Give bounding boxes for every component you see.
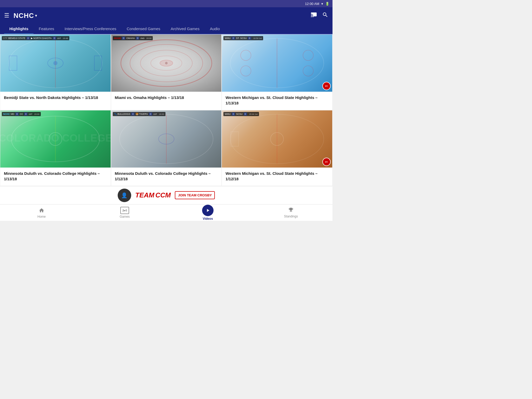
join-team-button[interactable]: JOIN TEAM CROSBY — [175, 191, 215, 199]
ad-avatar: 👤 — [118, 189, 131, 202]
score-overlay-1: STF BEMIDJI STATE0 ▶ NORTH DAKOTA0 1ST19… — [2, 36, 109, 40]
video-title-2: Miami vs. Omaha Highlights – 1/13/18 — [115, 95, 218, 100]
video-card-1[interactable]: STF BEMIDJI STATE0 ▶ NORTH DAKOTA0 1ST19… — [0, 35, 111, 110]
status-time: 12:00 AM — [305, 2, 319, 6]
team-badge-3: ST. — [322, 82, 331, 90]
wifi-icon: ▾ — [321, 2, 323, 6]
video-title-6: Western Michigan vs. St. Cloud State Hig… — [225, 171, 329, 182]
nav-videos[interactable]: Videos — [166, 205, 249, 221]
home-icon — [38, 207, 45, 214]
nav-tabs: Highlights Features Interviews/Press Con… — [0, 24, 332, 34]
nav-home[interactable]: Home — [0, 207, 83, 218]
tab-features[interactable]: Features — [34, 24, 59, 34]
tab-audio[interactable]: Audio — [205, 24, 225, 34]
status-bar: 12:00 AM ▾ 🔋 — [0, 0, 332, 7]
bottom-nav: Home 2▸0 Games Videos Standings — [0, 204, 332, 221]
score-overlay-4: NCHC MD0 CC0 1ST20:00 — [2, 112, 109, 116]
score-overlay-5: 🐾 BULLDOGS0 🐯 TIGERS0 1ST19:33 — [113, 112, 220, 116]
nav-standings-label: Standings — [284, 215, 298, 218]
svg-rect-28 — [231, 132, 239, 146]
video-card-2[interactable]: MIAMI0 OMAHA0 2ND20:00 Miami vs. Omaha H… — [111, 35, 222, 110]
nav-games-label: Games — [120, 215, 130, 218]
video-thumb-6: WMU0 SCSU0 15:44 1st ST. — [222, 110, 332, 168]
ad-team-text: TEAM — [135, 191, 155, 199]
nav-home-label: Home — [37, 215, 46, 218]
videos-icon — [202, 205, 214, 216]
games-icon: 2▸0 — [120, 207, 129, 214]
svg-point-3 — [53, 61, 57, 65]
standings-icon — [288, 207, 294, 214]
menu-icon[interactable]: ☰ — [4, 12, 9, 19]
video-thumb-3: WMU0 ST. SCSU0 10:50 1st ST. — [222, 35, 332, 92]
svg-rect-4 — [9, 56, 17, 70]
video-title-4: Minnesota Duluth vs. Colorado College Hi… — [4, 171, 107, 182]
app-header: ☰ NCHC ▾ — [0, 7, 332, 24]
video-card-5[interactable]: 🐾 BULLDOGS0 🐯 TIGERS0 1ST19:33 Minnesota… — [111, 110, 222, 186]
search-icon[interactable] — [322, 12, 328, 19]
tab-archived[interactable]: Archived Games — [165, 24, 205, 34]
nav-games[interactable]: 2▸0 Games — [83, 207, 166, 218]
svg-point-16 — [303, 50, 314, 61]
svg-rect-5 — [94, 56, 102, 70]
score-overlay-3: WMU0 ST. SCSU0 10:50 1st — [223, 36, 331, 40]
team-badge-6: ST. — [322, 158, 331, 166]
ad-banner: 👤 TEAM CCM JOIN TEAM CROSBY — [0, 186, 332, 204]
tab-highlights[interactable]: Highlights — [4, 24, 34, 34]
svg-point-15 — [241, 66, 251, 76]
video-card-3[interactable]: WMU0 ST. SCSU0 10:50 1st ST. Western Mic… — [222, 35, 332, 110]
video-grid: STF BEMIDJI STATE0 ▶ NORTH DAKOTA0 1ST19… — [0, 34, 332, 186]
video-thumb-1: STF BEMIDJI STATE0 ▶ NORTH DAKOTA0 1ST19… — [0, 35, 111, 92]
svg-point-17 — [303, 66, 314, 76]
video-title-1: Bemidji State vs. North Dakota Highlight… — [4, 95, 107, 100]
video-title-5: Minnesota Duluth vs. Colorado College Hi… — [115, 171, 218, 182]
tab-interviews[interactable]: Interviews/Press Conferences — [59, 24, 122, 34]
video-card-4[interactable]: COLORADO COLLEGE NCHC MD0 CC0 1ST20:00 M… — [0, 110, 111, 186]
nav-videos-label: Videos — [203, 217, 213, 221]
video-thumb-5: 🐾 BULLDOGS0 🐯 TIGERS0 1ST19:33 — [111, 110, 222, 168]
video-title-3: Western Michigan vs. St. Cloud State Hig… — [225, 95, 329, 106]
nav-standings[interactable]: Standings — [249, 207, 332, 218]
video-thumb-4: COLORADO COLLEGE NCHC MD0 CC0 1ST20:00 — [0, 110, 111, 168]
video-card-6[interactable]: WMU0 SCSU0 15:44 1st ST. Western Michiga… — [222, 110, 332, 186]
score-overlay-2: MIAMI0 OMAHA0 2ND20:00 — [113, 36, 220, 40]
battery-icon: 🔋 — [325, 2, 329, 6]
app-logo[interactable]: NCHC ▾ — [14, 12, 37, 20]
ad-ccm-text: CCM — [155, 191, 171, 199]
cast-icon[interactable] — [311, 12, 317, 19]
video-thumb-2: MIAMI0 OMAHA0 2ND20:00 — [111, 35, 222, 92]
tab-condensed[interactable]: Condensed Games — [122, 24, 165, 34]
score-overlay-6: WMU0 SCSU0 15:44 1st — [223, 112, 331, 116]
svg-point-11 — [165, 62, 168, 64]
svg-point-14 — [241, 50, 251, 61]
